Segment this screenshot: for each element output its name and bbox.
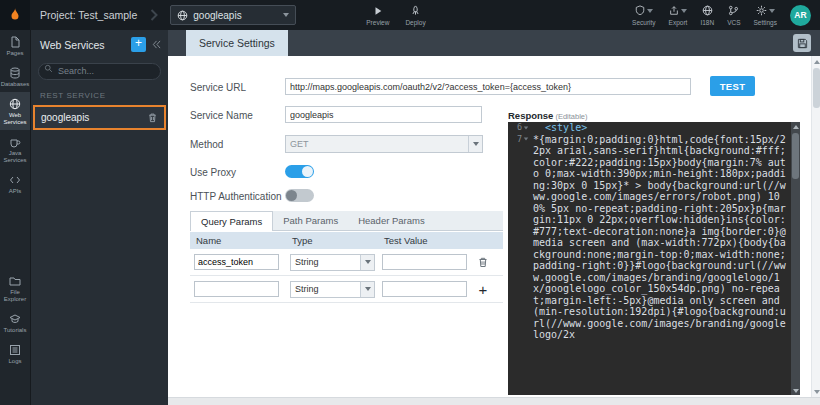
export-icon — [669, 5, 679, 16]
editor-scrollbar[interactable] — [791, 122, 800, 395]
param-name-input[interactable] — [194, 254, 279, 270]
chevron-down-icon — [468, 136, 482, 152]
save-button[interactable] — [793, 34, 811, 52]
service-list-item[interactable]: googleapis — [33, 105, 166, 130]
fold-icon[interactable] — [524, 138, 529, 141]
service-dropdown[interactable]: googleapis — [170, 5, 296, 25]
chevron-down-icon — [360, 282, 374, 297]
vertical-scrollbar[interactable] — [811, 56, 820, 397]
service-url-label: Service URL — [190, 82, 246, 93]
param-name-input[interactable] — [194, 281, 279, 297]
tab-strip: Service Settings — [168, 30, 820, 56]
column-header-name: Name — [190, 235, 286, 246]
method-select[interactable]: GET — [285, 135, 483, 153]
flame-icon — [7, 7, 23, 23]
app-window: Project: Test_sample googleapis Preview — [0, 0, 820, 405]
service-name: googleapis — [41, 112, 147, 123]
test-button[interactable]: TEST — [710, 76, 755, 96]
chevron-down-icon — [360, 255, 374, 270]
sidebar-item-file-explorer[interactable]: File Explorer — [0, 269, 30, 307]
menu-label: I18N — [700, 19, 714, 26]
menu-label: Settings — [754, 19, 778, 26]
code-line: <style> — [530, 122, 800, 134]
table-row: String + — [190, 276, 503, 303]
param-type-select[interactable]: String — [290, 254, 375, 271]
table-header-row: Name Type Test Value — [190, 232, 503, 249]
collapse-panel-button[interactable] — [152, 40, 161, 49]
topbar-menu-security[interactable]: Security — [632, 5, 655, 26]
coffee-cup-icon — [9, 136, 21, 148]
icon-sidebar: Pages Databases Web Services Java Servic… — [0, 30, 30, 405]
scroll-up-icon[interactable] — [791, 122, 800, 131]
sidebar-item-label: Databases — [1, 81, 30, 88]
scroll-down-icon[interactable] — [791, 386, 800, 395]
tab-service-settings[interactable]: Service Settings — [186, 30, 288, 56]
scrollbar-thumb[interactable] — [813, 68, 820, 108]
preview-button[interactable]: Preview — [366, 5, 389, 26]
http-auth-label: HTTP Authentication — [190, 191, 282, 202]
topbar: Project: Test_sample googleapis Preview — [0, 0, 820, 30]
sidebar-item-label: Java Services — [1, 150, 29, 164]
scroll-down-icon[interactable] — [812, 387, 820, 396]
app-logo[interactable] — [0, 0, 30, 30]
topbar-menu-i18n[interactable]: I18N — [700, 5, 714, 26]
topbar-menu-export[interactable]: Export — [669, 5, 688, 26]
section-label: REST SERVICE — [31, 80, 168, 105]
sidebar-item-tutorials[interactable]: Tutorials — [0, 307, 30, 338]
globe-icon — [177, 10, 188, 21]
horizontal-scrollbar[interactable] — [168, 397, 820, 405]
avatar[interactable]: AR — [790, 5, 811, 26]
toggle-knob — [286, 190, 297, 201]
panel-title: Web Services — [40, 39, 125, 51]
gear-icon — [756, 5, 767, 16]
main-area: Service Settings Service URL TEST Servic… — [168, 30, 820, 405]
graduation-cap-icon — [9, 313, 21, 325]
search-input[interactable] — [38, 63, 161, 80]
scroll-up-icon[interactable] — [812, 57, 820, 66]
response-editor[interactable]: 6 <style> 7 *{margin:0;padding:0}html,co… — [508, 122, 800, 395]
shield-icon — [635, 5, 645, 16]
delete-row-button[interactable] — [477, 256, 489, 268]
topbar-menu-vcs[interactable]: VCS — [727, 5, 740, 26]
sidebar-item-web-services[interactable]: Web Services — [0, 92, 30, 130]
sidebar-item-apis[interactable]: APIs — [0, 168, 30, 199]
fold-icon[interactable] — [524, 126, 529, 129]
topbar-menu-settings[interactable]: Settings — [754, 5, 778, 26]
http-auth-toggle[interactable] — [285, 189, 314, 202]
sidebar-item-pages[interactable]: Pages — [0, 30, 30, 61]
delete-service-button[interactable] — [147, 112, 158, 123]
param-test-value-input[interactable] — [382, 254, 467, 270]
param-test-value-input[interactable] — [382, 281, 467, 297]
tab-query-params[interactable]: Query Params — [190, 211, 273, 231]
sidebar-item-java-services[interactable]: Java Services — [0, 130, 30, 168]
param-tabs: Query Params Path Params Header Params — [190, 211, 503, 231]
param-type-value: String — [291, 257, 360, 267]
play-icon — [373, 5, 383, 17]
tab-path-params[interactable]: Path Params — [273, 211, 348, 230]
chevron-down-icon — [647, 9, 653, 13]
column-header-type: Type — [286, 235, 378, 246]
use-proxy-label: Use Proxy — [190, 167, 236, 178]
rocket-icon — [410, 5, 421, 17]
breadcrumb-chevron-icon — [150, 9, 158, 21]
tab-header-params[interactable]: Header Params — [348, 211, 435, 230]
sidebar-item-logs[interactable]: Logs — [0, 338, 30, 369]
sidebar-item-label: File Explorer — [1, 289, 29, 303]
params-table: Name Type Test Value String — [190, 232, 503, 303]
sidebar-item-label: Logs — [8, 358, 21, 365]
sidebar-item-databases[interactable]: Databases — [0, 61, 30, 92]
add-row-button[interactable]: + — [479, 282, 488, 297]
deploy-button[interactable]: Deploy — [405, 5, 425, 26]
list-icon — [9, 344, 21, 356]
scrollbar-thumb[interactable] — [792, 133, 799, 179]
sidebar-item-label: Web Services — [1, 112, 29, 126]
menu-label: Export — [669, 19, 688, 26]
service-name-input[interactable] — [285, 106, 482, 123]
service-settings-form: Service URL TEST Service Name Method GET… — [168, 56, 820, 397]
param-type-select[interactable]: String — [290, 281, 375, 298]
service-url-input[interactable] — [285, 78, 691, 95]
use-proxy-toggle[interactable] — [285, 165, 314, 178]
add-service-button[interactable]: + — [131, 37, 146, 52]
file-icon — [9, 36, 21, 48]
response-editable-label: (Editable) — [555, 112, 587, 121]
